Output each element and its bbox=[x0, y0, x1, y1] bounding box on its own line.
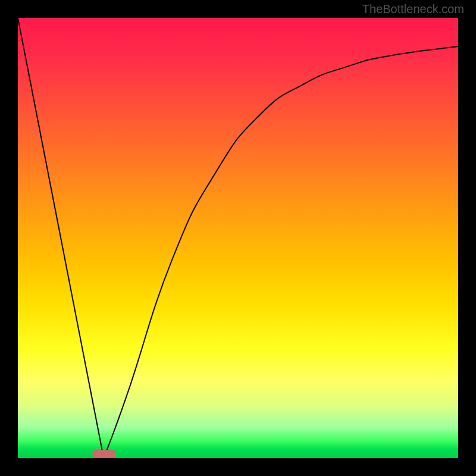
chart-curve bbox=[18, 18, 458, 458]
watermark-text: TheBottleneck.com bbox=[362, 2, 464, 16]
optimal-point-marker bbox=[92, 450, 116, 458]
chart-plot-area bbox=[18, 18, 458, 458]
